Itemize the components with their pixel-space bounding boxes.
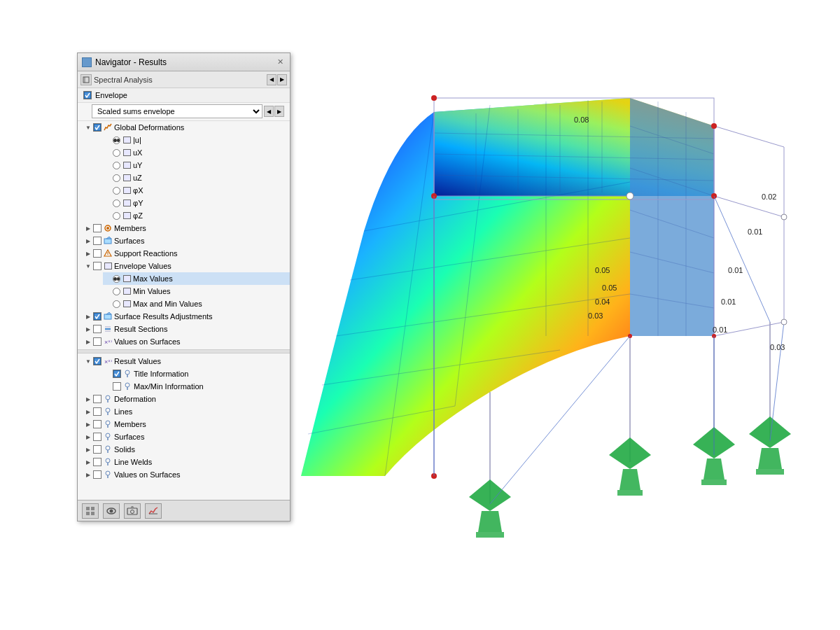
radio-max-min-values[interactable]: [113, 300, 120, 308]
radio-ux[interactable]: [113, 149, 120, 157]
tree-envelope-values[interactable]: Envelope Values: [83, 260, 290, 272]
expand-members[interactable]: [83, 223, 93, 233]
tree-phiy[interactable]: φY: [103, 197, 290, 209]
tree-max-values[interactable]: Max Values: [103, 272, 290, 285]
expand-result-sec[interactable]: [83, 324, 93, 334]
svg-point-103: [106, 408, 110, 412]
tree-phix[interactable]: φX: [103, 184, 290, 197]
expand-members2[interactable]: [83, 419, 93, 429]
cb-envelope[interactable]: [93, 262, 102, 270]
envelope-dropdown[interactable]: Scaled sums envelope SRSS envelope Compl…: [92, 104, 262, 118]
toolbar-icon[interactable]: [80, 74, 92, 85]
tree-members[interactable]: Members: [83, 222, 290, 234]
svg-text:0.01: 0.01: [713, 326, 727, 334]
cb-members[interactable]: [93, 224, 102, 232]
tree-members2[interactable]: Members: [83, 418, 290, 430]
cb-result-sec[interactable]: [93, 325, 102, 333]
cb-global-def[interactable]: [93, 123, 102, 132]
cb-members2[interactable]: [93, 420, 102, 428]
camera-btn[interactable]: [124, 503, 141, 519]
tree-phiz[interactable]: φZ: [103, 209, 290, 222]
visibility-btn[interactable]: [103, 503, 120, 519]
dropdown-arrows: ◀ ▶: [264, 106, 284, 117]
expand-deform[interactable]: [83, 394, 93, 404]
next-arrow[interactable]: ▶: [277, 74, 287, 85]
lines-icon: [103, 407, 113, 416]
tree-global-deformations[interactable]: Global Deformations: [83, 121, 290, 134]
radio-uz[interactable]: [113, 174, 120, 182]
prev-arrow[interactable]: ◀: [267, 74, 276, 85]
tree-surfaces[interactable]: Surfaces: [83, 234, 290, 247]
radio-phiz[interactable]: [113, 212, 120, 220]
cb-surfaces[interactable]: [93, 237, 102, 245]
tree-surfaces2[interactable]: Surfaces: [83, 430, 290, 443]
cb-deformation[interactable]: [93, 395, 102, 403]
tree-max-min-info[interactable]: Max/Min Information: [103, 380, 290, 393]
toolbar-left: Spectral Analysis: [80, 74, 153, 85]
radio-uy[interactable]: [113, 162, 120, 169]
cb-max-min-info[interactable]: [113, 382, 121, 391]
expand-values-surf2[interactable]: [83, 470, 93, 479]
expand-line-welds[interactable]: [83, 457, 93, 467]
chart-btn[interactable]: [145, 503, 162, 519]
radio-phix[interactable]: [113, 187, 120, 195]
expand-result-val[interactable]: [83, 356, 93, 366]
cb-values-surf[interactable]: [93, 337, 102, 346]
dropdown-prev[interactable]: ◀: [264, 106, 274, 117]
tree-view-btn[interactable]: [82, 503, 99, 519]
tree-ux[interactable]: uX: [103, 146, 290, 159]
expand-surface-adj[interactable]: [83, 312, 93, 321]
tree-result-values[interactable]: ×ˣˣ Result Values: [83, 355, 290, 368]
max-min-values-label: Max and Min Values: [133, 300, 202, 308]
radio-min-values[interactable]: [113, 288, 120, 295]
expand-global-def[interactable]: [83, 122, 93, 132]
surface-adj-icon: [103, 312, 113, 321]
tree-surface-results-adj[interactable]: Surface Results Adjustments: [83, 310, 290, 323]
tree-deformation[interactable]: Deformation: [83, 393, 290, 405]
svg-point-111: [106, 458, 110, 463]
tree-result-sections[interactable]: Result Sections: [83, 323, 290, 335]
cb-lines[interactable]: [93, 407, 102, 416]
tree-values-surfaces[interactable]: ×ˣˣ Values on Surfaces: [83, 335, 290, 348]
tree-min-values[interactable]: Min Values: [103, 285, 290, 298]
tree-values-surfaces2[interactable]: Values on Surfaces: [83, 468, 290, 481]
expand-surfaces2[interactable]: [83, 432, 93, 442]
cb-values-surf2[interactable]: [93, 470, 102, 479]
expand-surfaces[interactable]: [83, 236, 93, 246]
cb-surface-adj[interactable]: [93, 312, 102, 321]
cb-surfaces2[interactable]: [93, 433, 102, 441]
envelope-row[interactable]: Envelope: [78, 88, 290, 103]
radio-u-abs[interactable]: [113, 136, 120, 144]
uz-icon: [122, 173, 132, 183]
envelope-checkbox[interactable]: [83, 91, 92, 99]
svg-marker-43: [478, 511, 502, 532]
expand-lines[interactable]: [83, 407, 93, 416]
radio-phiy[interactable]: [113, 200, 120, 207]
expand-envelope[interactable]: [83, 261, 93, 271]
svg-text:0.03: 0.03: [588, 312, 603, 320]
cb-title-info[interactable]: [113, 370, 121, 378]
tree-max-min-values[interactable]: Max and Min Values: [103, 298, 290, 310]
tree-title-info[interactable]: Title Information: [103, 368, 290, 380]
cb-solids[interactable]: [93, 445, 102, 454]
tree-uz[interactable]: uZ: [103, 172, 290, 184]
expand-solids[interactable]: [83, 444, 93, 454]
tree-support-reactions[interactable]: Support Reactions: [83, 247, 290, 260]
phix-label: φX: [133, 186, 143, 195]
svg-point-122: [131, 510, 134, 513]
tree-lines[interactable]: Lines: [83, 405, 290, 418]
dropdown-next[interactable]: ▶: [274, 106, 284, 117]
close-button[interactable]: ✕: [275, 57, 286, 66]
max-min-values-icon: [122, 299, 132, 309]
tree-line-welds[interactable]: Line Welds: [83, 456, 290, 468]
tree-uy[interactable]: uY: [103, 159, 290, 172]
cb-result-val[interactable]: [93, 357, 102, 365]
tree-u-abs[interactable]: |u|: [103, 134, 290, 146]
expand-values-surf[interactable]: [83, 337, 93, 346]
cb-line-welds[interactable]: [93, 458, 102, 466]
cb-support[interactable]: [93, 249, 102, 258]
expand-support[interactable]: [83, 248, 93, 258]
svg-rect-47: [756, 469, 784, 475]
tree-solids[interactable]: Solids: [83, 443, 290, 456]
radio-max-values[interactable]: [113, 275, 120, 283]
